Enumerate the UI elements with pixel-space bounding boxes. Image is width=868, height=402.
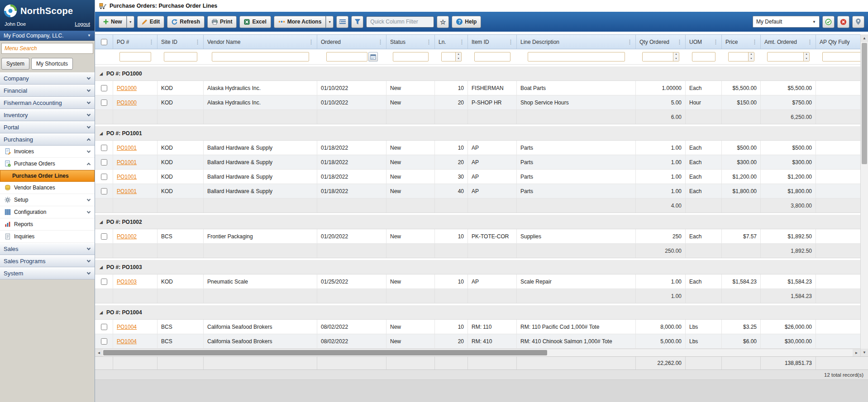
sidebar-section-financial[interactable]: Financial [0,85,95,97]
save-view-button[interactable] [822,16,835,28]
vertical-scrollbar-track[interactable] [861,42,868,349]
column-menu-icon[interactable]: ⋮ [306,38,316,45]
column-menu-icon[interactable]: ⋮ [711,38,720,45]
more-actions-dropdown-button[interactable]: ▼ [326,16,334,28]
po-link[interactable]: PO1001 [117,159,137,166]
spinner-up-icon[interactable]: ▴ [749,52,754,57]
row-checkbox[interactable] [101,99,107,106]
logout-link[interactable]: Logout [75,21,90,27]
new-dropdown-button[interactable]: ▼ [127,16,134,28]
po-link[interactable]: PO1004 [117,324,137,330]
sidebar-item-purchase-order-lines[interactable]: Purchase Order Lines [0,170,95,182]
more-actions-button[interactable]: More Actions [274,16,326,28]
filter-input-vendor[interactable] [212,52,309,61]
spinner-up-icon[interactable]: ▴ [456,52,461,57]
sidebar-section-fisherman-accounting[interactable]: Fisherman Accounting [0,97,95,109]
group-header[interactable]: ◢PO #: PO1001 [95,126,860,141]
filter-input-status[interactable] [393,52,429,61]
delete-view-button[interactable] [837,16,849,28]
po-link[interactable]: PO1003 [117,279,137,285]
sidebar-item-purchase-orders[interactable]: Purchase Orders [0,158,95,170]
column-menu-icon[interactable]: ⋮ [147,38,156,45]
filter-input-uom[interactable] [692,52,715,61]
pin-view-button[interactable] [852,16,864,28]
row-checkbox[interactable] [101,233,107,240]
group-settings-button[interactable] [336,16,348,28]
quick-column-filter-input[interactable] [366,16,434,28]
filter-number-input-price[interactable] [729,52,748,61]
po-link[interactable]: PO1000 [117,99,137,106]
sidebar-item-setup[interactable]: Setup [0,194,95,206]
group-header[interactable]: ◢PO #: PO1002 [95,215,860,229]
column-menu-icon[interactable]: ⋮ [506,38,515,45]
sidebar-section-inventory[interactable]: Inventory [0,109,95,121]
po-link[interactable]: PO1000 [117,85,137,91]
sidebar-item-inquiries[interactable]: Inquiries [0,231,95,243]
po-link[interactable]: PO1002 [117,233,137,240]
po-link[interactable]: PO1001 [117,145,137,151]
sidebar-section-portal[interactable]: Portal [0,121,95,133]
spinner-down-icon[interactable]: ▾ [749,57,754,61]
help-button[interactable]: ? Help [452,16,481,28]
new-button[interactable]: New [99,16,127,28]
horizontal-scrollbar[interactable]: ◄ ► [95,349,860,356]
row-checkbox[interactable] [101,159,107,166]
sidebar-section-sales-programs[interactable]: Sales Programs [0,255,95,267]
filter-input-description[interactable] [528,52,625,61]
sidebar-section-system[interactable]: System [0,267,95,279]
group-header[interactable]: ◢PO #: PO1004 [95,305,860,320]
date-picker-button[interactable] [368,52,378,61]
company-selector[interactable]: My Food Company, LLC. ▼ [0,31,95,41]
sidebar-item-invoices[interactable]: Invoices [0,146,95,158]
tab-system[interactable]: System [1,58,29,70]
vertical-scrollbar-thumb[interactable] [862,43,867,164]
spinner-up-icon[interactable]: ▴ [673,52,679,57]
po-link[interactable]: PO1001 [117,174,137,180]
sidebar-section-sales[interactable]: Sales [0,243,95,255]
filter-input-ordered[interactable] [326,52,367,61]
refresh-button[interactable]: Refresh [167,16,205,28]
sidebar-item-vendor-balances[interactable]: Vendor Balances [0,182,95,194]
row-checkbox[interactable] [101,324,107,330]
spinner-down-icon[interactable]: ▾ [456,57,461,61]
column-menu-icon[interactable]: ⋮ [675,38,684,45]
spinner-down-icon[interactable]: ▾ [673,57,679,61]
column-menu-icon[interactable]: ⋮ [805,38,815,45]
column-menu-icon[interactable]: ⋮ [376,38,385,45]
menu-search-input[interactable] [1,43,93,54]
horizontal-scrollbar-thumb[interactable] [103,350,547,355]
sidebar-section-purchasing[interactable]: Purchasing [0,133,95,146]
scroll-down-icon[interactable]: ▼ [861,349,868,356]
spinner-down-icon[interactable]: ▾ [804,57,809,61]
select-all-checkbox[interactable] [101,39,107,45]
excel-button[interactable]: Excel [239,16,271,28]
row-checkbox[interactable] [101,188,107,194]
filter-input-site_id[interactable] [164,52,197,61]
filter-input-ap_qty[interactable] [822,52,860,61]
row-checkbox[interactable] [101,85,107,91]
scroll-up-icon[interactable]: ▲ [861,34,868,42]
column-menu-icon[interactable]: ⋮ [625,38,634,45]
scroll-left-icon[interactable]: ◄ [95,349,103,356]
print-button[interactable]: Print [207,16,237,28]
column-menu-icon[interactable]: ⋮ [424,38,434,45]
sidebar-item-reports[interactable]: Reports [0,218,95,231]
filter-number-input-qty[interactable] [643,52,673,61]
group-header[interactable]: ◢PO #: PO1003 [95,260,860,274]
sidebar-section-company[interactable]: Company [0,72,95,85]
filter-button[interactable] [351,16,363,28]
scroll-right-icon[interactable]: ► [853,349,860,356]
column-menu-icon[interactable]: ⋮ [457,38,467,45]
filter-number-input-amt[interactable] [768,52,803,61]
filter-input-item_id[interactable] [474,52,510,61]
column-menu-icon[interactable]: ⋮ [750,38,759,45]
po-link[interactable]: PO1004 [117,338,137,345]
view-selector[interactable]: My Default ▼ [753,16,820,28]
spinner-up-icon[interactable]: ▴ [804,52,809,57]
tab-my-shortcuts[interactable]: My Shortcuts [31,58,73,70]
row-checkbox[interactable] [101,145,107,151]
edit-button[interactable]: Edit [137,16,165,28]
vertical-scrollbar[interactable]: ▲ ▼ [860,34,868,356]
favorite-view-button[interactable]: ☆ [437,16,449,28]
filter-number-input-ln[interactable] [442,52,455,61]
